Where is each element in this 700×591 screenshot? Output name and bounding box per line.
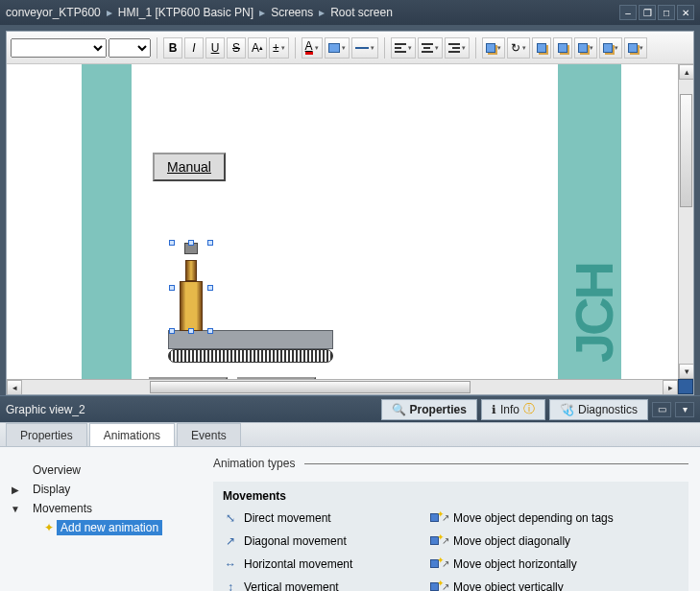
selection-handle[interactable] (169, 240, 175, 246)
direct-icon: ⤡ (223, 511, 238, 525)
scroll-left-button[interactable]: ◂ (7, 380, 22, 394)
scrollbar-corner-icon[interactable] (678, 379, 693, 394)
arrange-front-button[interactable]: ▾ (482, 37, 505, 59)
selection-handle[interactable] (207, 285, 213, 291)
arrange-3-button[interactable]: ▾ (574, 37, 597, 59)
conveyor-graphic[interactable] (168, 330, 333, 368)
line-color-button[interactable]: ▾ (351, 37, 378, 59)
arrange-5-button[interactable]: ▾ (624, 37, 647, 59)
breadcrumb-sep: ▸ (319, 6, 325, 19)
tree-movements[interactable]: ▼Movements (10, 499, 192, 518)
diagonal-movement-action[interactable]: ✦↗Move object diagonally (430, 532, 679, 551)
panel-dropdown-button[interactable]: ▾ (675, 402, 694, 417)
inspector-header: Graphic view_2 🔍 Properties ℹ Info ⓘ 🩺 D… (0, 395, 700, 422)
screen-border-left (82, 64, 132, 379)
expand-icon[interactable]: ▶ (10, 485, 21, 495)
scroll-right-button[interactable]: ▸ (663, 380, 678, 394)
properties-tab[interactable]: 🔍 Properties (381, 399, 477, 420)
diagnostics-tab[interactable]: 🩺 Diagnostics (549, 399, 648, 420)
horizontal-scrollbar[interactable]: ◂ ▸ (7, 379, 678, 394)
arrange-icon (486, 43, 495, 53)
align-center-button[interactable]: ▾ (418, 37, 443, 59)
font-color-button[interactable]: A▾ (302, 37, 323, 59)
diagonal-icon: ↗ (223, 534, 238, 548)
breadcrumb-4[interactable]: Root screen (330, 6, 393, 19)
selection-handle[interactable] (207, 328, 213, 334)
breadcrumb-1[interactable]: conveyor_KTP600 (6, 6, 101, 19)
direct-movement-item[interactable]: ⤡Direct movement (223, 508, 415, 528)
selection-handle[interactable] (169, 285, 175, 291)
touch-logo: JCH (563, 264, 625, 363)
subtab-events[interactable]: Events (177, 423, 241, 446)
scroll-up-button[interactable]: ▴ (679, 64, 693, 80)
conveyor-rollers (168, 349, 333, 363)
vertical-movement-action[interactable]: ✦↗Move object vertically (430, 578, 679, 591)
title-bar: conveyor_KTP600 ▸ HMI_1 [KTP600 Basic PN… (0, 0, 700, 25)
bottle-graphic[interactable] (172, 243, 210, 331)
italic-button[interactable]: I (184, 37, 204, 59)
direct-movement-action[interactable]: ✦↗Move object depending on tags (430, 508, 679, 528)
font-size-select[interactable] (109, 38, 151, 58)
scroll-down-button[interactable]: ▾ (679, 364, 693, 379)
tree-overview[interactable]: Overview (10, 461, 192, 480)
align-right-button[interactable]: ▾ (445, 37, 470, 59)
tree-display[interactable]: ▶Display (10, 480, 192, 499)
animation-types-panel: Animation types Movements ⤡Direct moveme… (202, 447, 700, 591)
arrange-icon (537, 43, 546, 53)
editor-frame: B I U S A▴ ±▾ A▾ ▾ ▾ ▾ ▾ ▾ ▾ ↻▾ ▾ ▾ ▾ JC… (6, 31, 694, 395)
align-center-icon (422, 43, 433, 53)
superscript-button[interactable]: A▴ (248, 37, 267, 59)
action-icon: ✦↗ (430, 580, 447, 591)
info-tab[interactable]: ℹ Info ⓘ (481, 399, 545, 420)
window-close-button[interactable]: ✕ (677, 5, 694, 20)
scroll-thumb[interactable] (150, 381, 471, 393)
subtab-animations[interactable]: Animations (89, 423, 175, 446)
subtab-properties[interactable]: Properties (6, 423, 87, 446)
arrange-icon (558, 43, 567, 53)
tree-add-animation[interactable]: ✦Add new animation (10, 518, 192, 537)
selection-handle[interactable] (207, 240, 213, 246)
screen-canvas[interactable]: JCH Manual Start Stop (7, 64, 678, 379)
editor-viewport: JCH Manual Start Stop (7, 64, 693, 394)
window-maximize-button[interactable]: □ (658, 5, 675, 20)
inspector-title: Graphic view_2 (6, 403, 85, 416)
breadcrumb-2[interactable]: HMI_1 [KTP600 Basic PN] (118, 6, 253, 19)
format-painter-button[interactable]: ±▾ (269, 37, 289, 59)
arrange-1-button[interactable] (532, 37, 551, 59)
align-left-icon (395, 43, 406, 53)
horizontal-movement-item[interactable]: ↔Horizontal movement (223, 555, 415, 574)
selection-handle[interactable] (188, 328, 194, 334)
strike-button[interactable]: S (227, 37, 246, 59)
arrange-2-button[interactable] (553, 37, 572, 59)
vertical-scrollbar[interactable]: ▴ ▾ (678, 64, 693, 379)
collapse-icon[interactable]: ▼ (10, 504, 21, 514)
align-right-icon (448, 43, 460, 53)
selection-handle[interactable] (169, 328, 175, 334)
action-icon: ✦↗ (430, 511, 447, 525)
animation-types-heading: Animation types (213, 457, 688, 470)
scroll-thumb[interactable] (680, 94, 692, 207)
fill-color-button[interactable]: ▾ (325, 37, 350, 59)
screen-border-right: JCH (558, 64, 621, 379)
manual-button[interactable]: Manual (153, 153, 226, 181)
horizontal-movement-action[interactable]: ✦↗Move object horizontally (430, 555, 679, 574)
breadcrumb-3[interactable]: Screens (271, 6, 313, 19)
inspector-body: Overview ▶Display ▼Movements ✦Add new an… (0, 447, 700, 591)
diagonal-movement-item[interactable]: ↗Diagonal movement (223, 532, 415, 551)
underline-button[interactable]: U (205, 37, 225, 59)
window-restore-button[interactable]: ❐ (639, 5, 656, 20)
inspector-subtabs: Properties Animations Events (0, 423, 700, 447)
arrange-4-button[interactable]: ▾ (599, 37, 622, 59)
align-left-button[interactable]: ▾ (391, 37, 416, 59)
font-family-select[interactable] (11, 38, 107, 58)
window-minimize-button[interactable]: – (619, 5, 637, 20)
inspector-panel: Properties Animations Events Overview ▶D… (0, 422, 700, 591)
movements-label: Movements (223, 489, 679, 503)
panel-layout-button[interactable]: ▭ (652, 402, 671, 417)
formatting-toolbar: B I U S A▴ ±▾ A▾ ▾ ▾ ▾ ▾ ▾ ▾ ↻▾ ▾ ▾ ▾ (7, 32, 693, 64)
bold-button[interactable]: B (163, 37, 182, 59)
vertical-movement-item[interactable]: ↕Vertical movement (223, 578, 415, 591)
movements-group: Movements ⤡Direct movement ✦↗Move object… (213, 482, 688, 591)
selection-handle[interactable] (188, 240, 194, 246)
rotate-button[interactable]: ↻▾ (507, 37, 530, 59)
